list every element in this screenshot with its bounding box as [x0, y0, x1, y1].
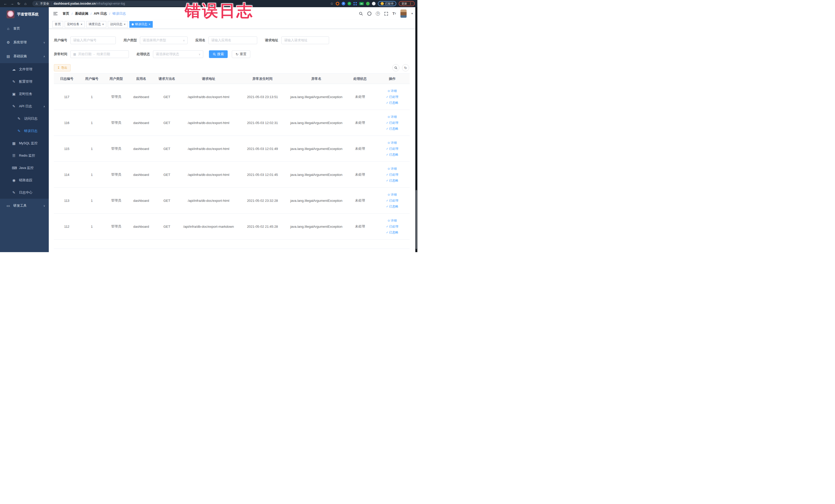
- processed-action-link[interactable]: ✓已处理: [386, 147, 399, 151]
- user-type-select[interactable]: 请选择用户类型 ∨: [140, 37, 188, 44]
- toggle-search-button[interactable]: [392, 64, 400, 72]
- insecure-warning-icon: ⚠: [36, 2, 38, 5]
- process-status-select[interactable]: 请选择处理状态 ∨: [153, 50, 203, 58]
- sidebar-item-链路追踪[interactable]: ◉链路追踪: [0, 174, 49, 186]
- date-separator: -: [94, 53, 95, 56]
- sidebar-item-日志中心[interactable]: ✎日志中心: [0, 186, 49, 199]
- breadcrumb-item-API-日志[interactable]: API 日志: [94, 11, 107, 16]
- table-row: 1121管理员dashboardGET/api/infra/db-doc/exp…: [54, 214, 410, 240]
- processed-action-link[interactable]: ✓已处理: [386, 121, 399, 125]
- browser-home-icon[interactable]: ⌂: [23, 0, 28, 7]
- sidebar-item-Java-监控[interactable]: ⌨Java 监控: [0, 162, 49, 174]
- processed-action-link[interactable]: ✓已处理: [386, 173, 399, 177]
- ignored-action-link[interactable]: ✓已忽略: [386, 126, 399, 131]
- avatar[interactable]: [401, 9, 407, 18]
- tab-首页[interactable]: 首页: [53, 21, 63, 28]
- sidebar-item-配置管理[interactable]: ✎配置管理: [0, 76, 49, 88]
- export-button[interactable]: ↧ 导出: [54, 64, 70, 72]
- sidebar-item-研发工具[interactable]: ▭研发工具∨: [0, 199, 49, 213]
- tab-访问日志[interactable]: 访问日志×: [108, 21, 128, 28]
- chart-icon: ▦: [12, 141, 16, 145]
- extension-green-check[interactable]: ✓: [348, 2, 351, 5]
- detail-action-link[interactable]: ⊙详细: [388, 89, 397, 93]
- app-name-input[interactable]: 请输入应用名: [208, 37, 257, 44]
- detail-action-link[interactable]: ⊙详细: [388, 167, 397, 171]
- extension-green-leaf[interactable]: [366, 2, 370, 5]
- detail-action-link[interactable]: ⊙详细: [388, 193, 397, 197]
- ignored-action-link[interactable]: ✓已忽略: [386, 178, 399, 183]
- extension-green-on-badge[interactable]: on: [359, 2, 364, 5]
- sidebar-item-Redis-监控[interactable]: ☰Redis 监控: [0, 149, 49, 162]
- close-icon[interactable]: ×: [81, 23, 82, 26]
- detail-action-link[interactable]: ⊙详细: [388, 219, 397, 223]
- close-icon[interactable]: ×: [102, 23, 104, 26]
- page-content: 用户编号 请输入用户编号 用户类型 请选择用户类型 ∨ 应用名 请输入应用名 请…: [49, 29, 418, 252]
- sidebar-logo[interactable]: 芋道管理系统: [0, 7, 49, 22]
- extension-orange-ring[interactable]: [336, 2, 339, 5]
- detail-action-link[interactable]: ⊙详细: [388, 115, 397, 119]
- browser-back-icon[interactable]: ←: [3, 0, 8, 7]
- browser-update-button[interactable]: 更新 ⋮: [399, 1, 415, 6]
- address-bar[interactable]: ⚠ 不安全 dashboard.yudao.iocoder.cn/infra/l…: [32, 1, 199, 6]
- breadcrumb-item-基础设施[interactable]: 基础设施: [75, 11, 88, 16]
- chevron-down-icon: ∨: [199, 53, 201, 56]
- sidebar-item-系统管理[interactable]: ⚙系统管理∨: [0, 36, 49, 49]
- cell-url: /api/infra/db-doc/export-html: [180, 188, 238, 214]
- processed-action-link[interactable]: ✓已处理: [386, 224, 399, 229]
- sidebar-item-MySQL-监控[interactable]: ▦MySQL 监控: [0, 137, 49, 149]
- browser-reload-icon[interactable]: ↻: [16, 0, 22, 7]
- action-label: 已忽略: [389, 101, 399, 105]
- browser-menu-icon[interactable]: ⋮: [409, 2, 412, 5]
- sidebar-item-文件管理[interactable]: ☁文件管理: [0, 63, 49, 76]
- profile-paused-badge[interactable]: ◡ 已暂停: [378, 1, 396, 6]
- sidebar-collapse-icon[interactable]: [53, 11, 58, 16]
- tab-调度日志[interactable]: 调度日志×: [86, 21, 106, 28]
- breadcrumb-item-首页[interactable]: 首页: [63, 11, 69, 16]
- sidebar-item-label: 研发工具: [13, 203, 40, 208]
- sidebar-item-label: 文件管理: [19, 67, 45, 72]
- tab-定时任务[interactable]: 定时任务×: [65, 21, 85, 28]
- sidebar-item-访问日志[interactable]: ✎访问日志: [0, 113, 49, 125]
- download-icon: ↧: [57, 66, 60, 69]
- update-label: 更新: [402, 2, 407, 6]
- sidebar-item-API-日志[interactable]: ✎API 日志∧: [0, 100, 49, 113]
- ignored-action-link[interactable]: ✓已忽略: [386, 204, 399, 209]
- sidebar-item-错误日志[interactable]: ✎错误日志: [0, 125, 49, 137]
- action-label: 详细: [391, 219, 397, 223]
- scrollbar-thumb[interactable]: [415, 190, 417, 249]
- filter-row-2: 异常时间 ▦ 开始日期 - 结束日期 处理状态 请选择处理状态 ∨ 搜索: [54, 50, 412, 58]
- help-icon[interactable]: ?: [376, 12, 380, 16]
- exception-time-range-input[interactable]: ▦ 开始日期 - 结束日期: [70, 50, 129, 58]
- request-url-input[interactable]: 请输入请求地址: [281, 37, 329, 44]
- user-id-input[interactable]: 请输入用户编号: [70, 37, 116, 44]
- page-scrollbar[interactable]: [415, 7, 418, 252]
- search-icon[interactable]: [359, 12, 363, 16]
- extension-blue-shield[interactable]: ▼: [342, 2, 345, 5]
- avatar-caret-icon[interactable]: ▼: [411, 12, 413, 15]
- close-icon[interactable]: ×: [124, 23, 125, 26]
- processed-action-link[interactable]: ✓已处理: [386, 95, 399, 99]
- chevron-down-icon: ∨: [43, 41, 45, 44]
- sidebar-item-定时任务[interactable]: ▣定时任务: [0, 88, 49, 100]
- github-icon[interactable]: [367, 12, 371, 16]
- refresh-table-button[interactable]: ↻: [402, 64, 409, 72]
- processed-action-link[interactable]: ✓已处理: [386, 199, 399, 203]
- search-button[interactable]: 搜索: [209, 50, 228, 58]
- font-size-icon[interactable]: TT: [392, 12, 396, 16]
- column-header-异常发生时间: 异常发生时间: [238, 74, 287, 84]
- sidebar-item-首页[interactable]: ⌂首页: [0, 22, 49, 36]
- ignored-action-link[interactable]: ✓已忽略: [386, 101, 399, 105]
- reset-button[interactable]: ↻ 重置: [232, 50, 250, 58]
- detail-action-link[interactable]: ⊙详细: [388, 141, 397, 145]
- cell-status: 未处理: [345, 136, 375, 162]
- extension-blue-grid[interactable]: [353, 2, 357, 5]
- close-icon[interactable]: ×: [149, 23, 150, 26]
- fullscreen-icon[interactable]: [384, 12, 388, 16]
- ignored-action-link[interactable]: ✓已忽略: [386, 230, 399, 235]
- extension-puzzle[interactable]: [372, 2, 375, 5]
- bookmark-star-icon[interactable]: ☆: [330, 2, 333, 6]
- sidebar-item-基础设施[interactable]: ▤基础设施∧: [0, 49, 49, 63]
- browser-forward-icon[interactable]: →: [9, 0, 15, 7]
- tab-错误日志[interactable]: 错误日志×: [129, 21, 153, 28]
- ignored-action-link[interactable]: ✓已忽略: [386, 153, 399, 157]
